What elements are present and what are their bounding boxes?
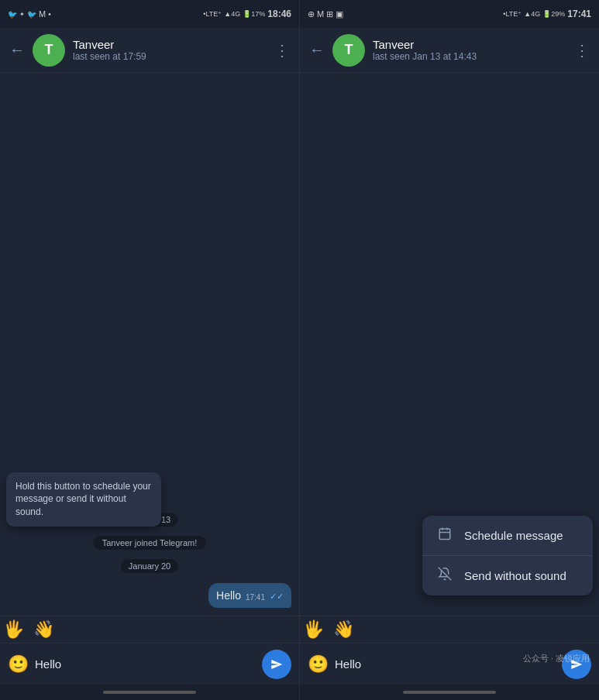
watermark: 公众号 · 凌锐应用 (523, 653, 590, 664)
left-nav-indicator (0, 685, 299, 700)
right-emoji-row: 🖐 👋 (300, 616, 599, 643)
right-chat-panel: ← T Tanveer last seen Jan 13 at 14:43 ⋮ (300, 28, 599, 685)
bell-slash-icon (436, 567, 453, 585)
status-right-right-icons: •LTE⁺ ▲4G 🔋29% 17:41 (503, 9, 591, 19)
left-tooltip-popup: Hold this button to schedule your messag… (6, 472, 161, 527)
right-emoji-2[interactable]: 👋 (333, 619, 354, 640)
left-avatar: T (33, 34, 65, 67)
left-system-msg: Tanveer joined Telegram! (8, 535, 291, 549)
left-contact-name: Tanveer (73, 38, 267, 51)
status-left-icons: 🐦 ✦ 🐦 M • (8, 9, 51, 19)
status-bar-left: 🐦 ✦ 🐦 M • •LTE⁺ ▲4G 🔋17% 18:46 (0, 0, 299, 28)
right-nav-indicator (300, 685, 599, 700)
left-emoji-row: 🖐 👋 (0, 616, 299, 643)
nav-indicators (0, 685, 599, 700)
left-emoji-2[interactable]: 👋 (33, 619, 54, 640)
status-bars: 🐦 ✦ 🐦 M • •LTE⁺ ▲4G 🔋17% 18:46 ⊕ M ⊞ ▣ •… (0, 0, 599, 28)
left-more-button[interactable]: ⋮ (274, 41, 290, 60)
right-avatar: T (332, 34, 365, 67)
send-without-sound-label: Send without sound (464, 569, 566, 582)
chat-panels: ← T Tanveer last seen at 17:59 ⋮ January… (0, 28, 599, 685)
left-chat-header: ← T Tanveer last seen at 17:59 ⋮ (0, 28, 299, 73)
main-content: ← T Tanveer last seen at 17:59 ⋮ January… (0, 28, 599, 685)
right-contact-name: Tanveer (373, 38, 566, 51)
schedule-message-label: Schedule message (464, 529, 563, 542)
maps-icon: M (39, 9, 46, 19)
left-back-button[interactable]: ← (9, 41, 25, 59)
left-emoji-1[interactable]: 🖐 (3, 619, 24, 640)
left-last-seen: last seen at 17:59 (73, 51, 267, 62)
left-message-text: Hello (216, 589, 241, 602)
left-message-ticks: ✓✓ (270, 592, 284, 602)
right-emoji-1[interactable]: 🖐 (303, 619, 324, 640)
status-bar-right: ⊕ M ⊞ ▣ •LTE⁺ ▲4G 🔋29% 17:41 (300, 0, 599, 28)
left-message-bubble: Hello 17:41 ✓✓ (208, 583, 291, 608)
left-message-input[interactable] (35, 657, 256, 671)
left-chat-body: January 13 Tanveer joined Telegram! Janu… (0, 73, 299, 616)
right-chat-info: Tanveer last seen Jan 13 at 14:43 (373, 38, 566, 62)
left-date-label-2: January 20 (8, 558, 291, 572)
right-emoji-button[interactable]: 🙂 (308, 654, 329, 674)
left-nav-bar (103, 691, 196, 694)
calendar-icon (436, 527, 453, 544)
left-chat-panel: ← T Tanveer last seen at 17:59 ⋮ January… (0, 28, 300, 685)
left-send-button[interactable] (262, 650, 291, 679)
dot-icon: ✦ (19, 11, 25, 18)
svg-rect-0 (439, 529, 450, 540)
status-right-left-icons: ⊕ M ⊞ ▣ (308, 9, 343, 19)
right-back-button[interactable]: ← (309, 41, 325, 59)
left-message-time: 17:41 (246, 593, 265, 602)
left-emoji-button[interactable]: 🙂 (8, 654, 29, 674)
right-last-seen: last seen Jan 13 at 14:43 (373, 51, 566, 62)
context-menu-schedule[interactable]: Schedule message (422, 516, 593, 556)
left-tooltip-text: Hold this button to schedule your messag… (15, 481, 151, 518)
left-chat-info: Tanveer last seen at 17:59 (73, 38, 267, 62)
bullet: • (48, 10, 51, 19)
twitter-icon: 🐦 (8, 10, 17, 19)
context-menu: Schedule message Send without sound (422, 516, 593, 595)
status-right-icons-left: •LTE⁺ ▲4G 🔋17% 18:46 (203, 9, 291, 19)
svg-line-4 (439, 568, 452, 581)
right-more-button[interactable]: ⋮ (574, 41, 590, 60)
context-menu-silent[interactable]: Send without sound (422, 556, 593, 595)
right-nav-bar (403, 691, 496, 694)
right-chat-header: ← T Tanveer last seen Jan 13 at 14:43 ⋮ (300, 28, 599, 73)
twitter2-icon: 🐦 (27, 10, 36, 19)
left-input-bar: 🙂 (0, 643, 299, 685)
